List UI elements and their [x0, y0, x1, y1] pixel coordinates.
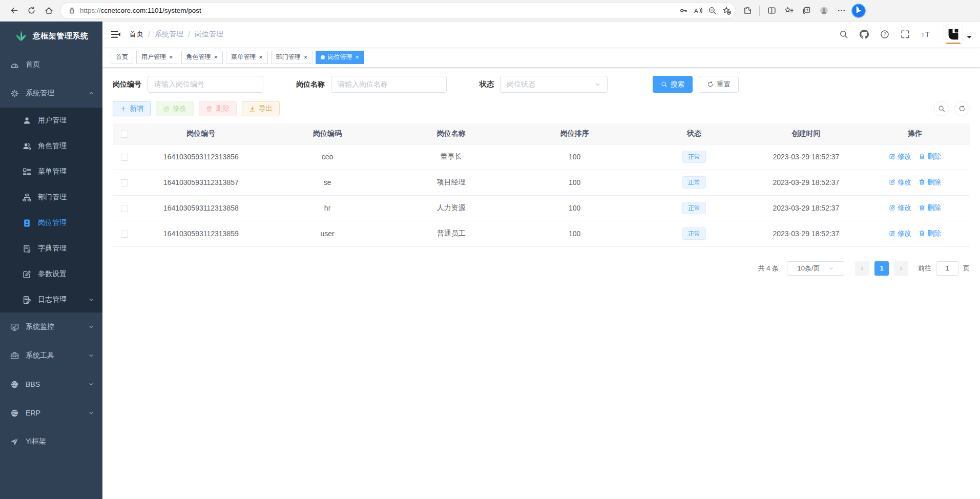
tab-close-icon[interactable]: × [355, 54, 359, 60]
tab-close-icon[interactable]: × [214, 54, 218, 60]
row-checkbox[interactable] [121, 231, 128, 238]
row-checkbox[interactable] [121, 205, 128, 212]
sidebar-item-user-management[interactable]: 用户管理 [0, 108, 102, 133]
add-favorite-icon[interactable] [719, 4, 734, 17]
address-bar[interactable]: https://ccnetcore.com:1101/system/post A [60, 3, 736, 18]
font-size-icon[interactable]: TT [921, 30, 930, 39]
sidebar-item-post-management[interactable]: 岗位管理 [0, 210, 102, 236]
lock-icon [67, 4, 77, 17]
post-id-input[interactable]: 请输入岗位编号 [148, 76, 263, 93]
user-menu[interactable] [944, 25, 972, 44]
column-header: 岗位排序 [513, 123, 636, 144]
fullscreen-icon[interactable] [901, 30, 910, 39]
sidebar-item-label: 部门管理 [38, 193, 67, 202]
field-label: 岗位名称 [296, 80, 325, 89]
show-search-button[interactable] [934, 101, 949, 116]
breadcrumb-separator: / [148, 30, 150, 38]
profile-icon[interactable] [815, 3, 832, 19]
collections-icon[interactable] [798, 3, 815, 19]
sidebar-item-label: 系统管理 [26, 89, 54, 98]
reset-button[interactable]: 重置 [699, 76, 739, 93]
sidebar-item-role-management[interactable]: 角色管理 [0, 133, 102, 159]
search-icon[interactable] [839, 30, 848, 39]
page-number-button[interactable]: 1 [874, 261, 889, 276]
column-header: 岗位名称 [389, 123, 513, 144]
key-icon[interactable] [676, 4, 691, 17]
breadcrumb-item[interactable]: 岗位管理 [195, 30, 223, 39]
tab-home[interactable]: 首页 [111, 51, 133, 64]
goto-page-input[interactable]: 1 [936, 261, 958, 276]
row-edit-button[interactable]: 修改 [889, 203, 911, 213]
dictionary-icon [23, 244, 31, 253]
search-button[interactable]: 搜索 [653, 76, 693, 93]
collapse-menu-icon[interactable] [111, 29, 121, 39]
export-button[interactable]: 导出 [242, 101, 280, 116]
row-edit-button[interactable]: 修改 [889, 178, 911, 187]
refresh-table-button[interactable] [954, 101, 970, 116]
sidebar-item-menu-management[interactable]: 菜单管理 [0, 159, 102, 184]
row-checkbox[interactable] [121, 154, 128, 161]
row-delete-button[interactable]: 删除 [919, 152, 941, 161]
row-checkbox[interactable] [121, 179, 128, 186]
refresh-icon[interactable] [23, 3, 40, 19]
post-status-select[interactable]: 岗位状态 [500, 76, 608, 93]
bing-chat-icon[interactable] [850, 3, 867, 19]
row-delete-button[interactable]: 删除 [919, 178, 941, 187]
prev-page-button[interactable] [855, 261, 869, 276]
tab-post-management[interactable]: 岗位管理× [316, 51, 364, 64]
tab-role-management[interactable]: 角色管理× [181, 51, 223, 64]
row-delete-button[interactable]: 删除 [919, 229, 941, 238]
sidebar-item-system-management[interactable]: 系统管理 [0, 79, 102, 108]
tab-dept-management[interactable]: 部门管理× [271, 51, 313, 64]
post-name-input[interactable]: 请输入岗位名称 [331, 76, 447, 93]
edit-pen-icon [163, 106, 170, 112]
cell-created-time: 2023-03-29 18:52:37 [752, 195, 860, 221]
tab-close-icon[interactable]: × [169, 54, 173, 60]
sidebar-item-erp[interactable]: ERP [0, 399, 102, 427]
row-edit-button[interactable]: 修改 [889, 229, 911, 238]
url-text[interactable]: https://ccnetcore.com:1101/system/post [80, 7, 676, 14]
tab-close-icon[interactable]: × [259, 54, 263, 60]
select-all-checkbox[interactable] [121, 131, 128, 138]
tab-user-management[interactable]: 用户管理× [136, 51, 178, 64]
chevron-down-icon [967, 36, 972, 41]
user-avatar[interactable] [944, 25, 963, 44]
sidebar-item-log-management[interactable]: 日志管理 [0, 287, 102, 313]
add-button[interactable]: 新增 [113, 101, 151, 116]
sidebar-item-dict-management[interactable]: 字典管理 [0, 236, 102, 261]
sidebar-item-system-tools[interactable]: 系统工具 [0, 341, 102, 370]
github-icon[interactable] [860, 30, 869, 39]
more-icon[interactable] [832, 3, 850, 19]
row-delete-button[interactable]: 删除 [919, 203, 941, 213]
brand-title: 意框架管理系统 [33, 31, 89, 41]
split-screen-icon[interactable] [763, 3, 780, 19]
sidebar-item-home[interactable]: 首页 [0, 50, 102, 79]
breadcrumb-item[interactable]: 系统管理 [155, 30, 183, 39]
pagination: 共 4 条 10条/页 1 前往 1 页 [113, 261, 970, 276]
app-logo[interactable]: 意框架管理系统 [0, 22, 102, 50]
extensions-icon[interactable] [739, 3, 756, 19]
back-icon[interactable] [5, 3, 23, 19]
sidebar-item-yi-framework[interactable]: Yi框架 [0, 427, 102, 456]
tab-menu-management[interactable]: 菜单管理× [226, 51, 268, 64]
sidebar-item-system-monitor[interactable]: 系统监控 [0, 313, 102, 341]
favorites-icon[interactable] [780, 3, 798, 19]
help-icon[interactable]: ? [880, 30, 889, 39]
delete-button[interactable]: 删除 [199, 101, 237, 116]
next-page-button[interactable] [894, 261, 908, 276]
breadcrumb-item[interactable]: 首页 [129, 30, 143, 39]
trash-icon [206, 106, 213, 112]
row-edit-button[interactable]: 修改 [889, 152, 911, 161]
sidebar-item-param-settings[interactable]: 参数设置 [0, 261, 102, 287]
page-size-select[interactable]: 10条/页 [787, 261, 844, 276]
home-icon[interactable] [40, 3, 57, 19]
modify-button[interactable]: 修改 [156, 101, 194, 116]
sidebar-item-bbs[interactable]: BBS [0, 370, 102, 399]
sidebar-item-dept-management[interactable]: 部门管理 [0, 184, 102, 210]
browser-toolbar: https://ccnetcore.com:1101/system/post A [0, 0, 980, 22]
tab-label: 部门管理 [276, 53, 301, 61]
zoom-out-icon[interactable] [705, 4, 719, 17]
log-icon [23, 296, 31, 304]
tab-close-icon[interactable]: × [304, 54, 308, 60]
read-aloud-icon[interactable]: A [691, 4, 705, 17]
